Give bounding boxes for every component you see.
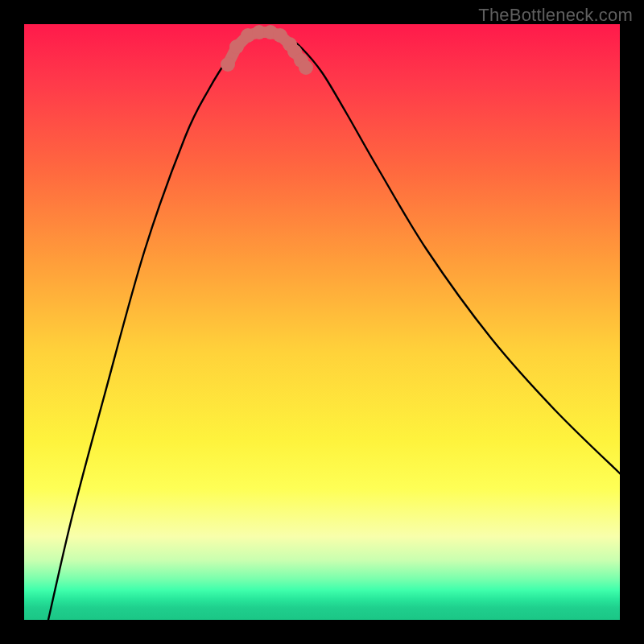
highlight-dot [229,39,244,54]
curve-group [48,30,620,620]
bottleneck-curve [48,30,620,620]
highlight-dot [299,60,313,75]
chart-svg [24,24,620,620]
chart-frame: TheBottleneck.com [0,0,644,644]
chart-plot-area [24,24,620,620]
watermark-text: TheBottleneck.com [478,5,633,26]
highlight-dot [221,57,235,72]
highlight-markers [221,25,313,75]
